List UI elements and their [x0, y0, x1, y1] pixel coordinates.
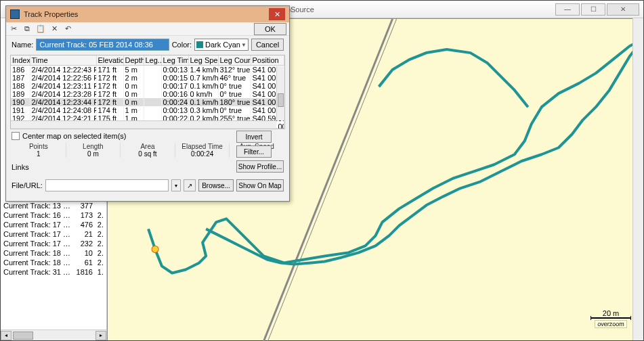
column-header[interactable]: Leg Time: [161, 55, 188, 66]
track-list-item[interactable]: Current Track: 17 FEB 2014...212.: [1, 229, 106, 239]
track-count: 10: [71, 249, 94, 257]
track-name: Current Track: 13 FEB 2014...: [3, 202, 71, 210]
color-value: Dark Cyan: [205, 41, 240, 49]
name-label: Name:: [12, 41, 33, 49]
scale-label: 20 m: [591, 309, 631, 317]
trackpoint-grid[interactable]: IndexTimeElevationDepthLeg...Leg TimeLeg…: [10, 55, 285, 129]
track-name: Current Track: 18 FEB 2014...: [3, 249, 71, 257]
trackpoint-row[interactable]: 1862/4/2014 12:22:43 PM171 ft5 m0:00:131…: [11, 66, 284, 74]
track-name: Current Track: 17 FEB 2014...: [3, 221, 71, 229]
color-label: Color:: [172, 41, 192, 49]
trackpoint-row[interactable]: 1872/4/2014 12:22:56 PM172 ft2 m0:00:150…: [11, 74, 284, 82]
column-header[interactable]: Leg Speed: [188, 55, 218, 66]
track-list-item[interactable]: Current Track: 18 FEB 2014...612.: [1, 258, 106, 267]
track-name: Current Track: 17 FEB 2014...: [3, 230, 71, 238]
track-name: Current Track: 18 FEB 2014...: [3, 258, 71, 267]
close-button[interactable]: ✕: [607, 3, 639, 16]
name-row: Name: Color: Dark Cyan ▼ Cancel: [6, 36, 289, 53]
trackpoint-row[interactable]: 1892/4/2014 12:23:28 PM172 ft0 m0:00:160…: [11, 90, 284, 98]
browse-button[interactable]: Browse...: [198, 179, 234, 191]
center-map-checkbox[interactable]: [12, 132, 20, 140]
track-count: 61: [71, 258, 94, 267]
selected-point-icon: [152, 246, 158, 252]
track-count: 173: [71, 211, 94, 219]
track-list-item[interactable]: Current Track: 31 JAN 2014...18161.: [1, 267, 106, 277]
center-map-label: Center map on selected item(s): [22, 132, 126, 140]
fileurl-label: File/URL:: [12, 181, 43, 189]
scroll-left-icon[interactable]: ◂: [1, 331, 12, 340]
show-on-map-button[interactable]: Show On Map: [236, 179, 284, 191]
undo-icon[interactable]: ↶: [63, 24, 72, 34]
minimize-button[interactable]: —: [555, 3, 580, 16]
fileurl-dropdown-icon[interactable]: ▾: [171, 179, 181, 191]
track-list-item[interactable]: Current Track: 17 FEB 2014...2322.: [1, 239, 106, 248]
links-label: Links: [12, 163, 29, 171]
track-properties-dialog: Track Properties ✕ ✂ ⧉ 📋 ✕ ↶ OK Name: Co…: [5, 5, 290, 202]
sidebar-hscroll[interactable]: ◂ ▸: [1, 329, 106, 340]
track-count: 232: [71, 240, 94, 248]
color-select[interactable]: Dark Cyan ▼: [194, 39, 249, 51]
cut-icon[interactable]: ✂: [9, 24, 18, 34]
show-profile-button[interactable]: Show Profile...: [236, 160, 284, 173]
grid-vscroll[interactable]: [276, 66, 284, 120]
filter-button[interactable]: Filter...: [236, 145, 272, 158]
track-name: Current Track: 17 FEB 2014...: [3, 240, 71, 248]
scale-bar: 20 m overzoom: [591, 309, 631, 328]
trackpoint-row[interactable]: 1882/4/2014 12:23:11 PM172 ft0 m0:00:170…: [11, 82, 284, 90]
track-name: Current Track: 31 JAN 2014...: [3, 268, 71, 276]
trackpoint-row[interactable]: 1912/4/2014 12:24:08 PM174 ft1 m0:00:130…: [11, 106, 284, 114]
track-count: 21: [71, 230, 94, 238]
column-header[interactable]: Position: [251, 55, 284, 66]
app-vscroll[interactable]: [632, 18, 643, 340]
scroll-thumb[interactable]: [13, 332, 33, 340]
track-list-item[interactable]: Current Track: 17 FEB 2014...4762.: [1, 220, 106, 229]
stat-cell: Elapsed Time0:00:24: [175, 143, 230, 158]
track-name: Current Track: 16 FEB 2014...: [3, 211, 71, 219]
paste-icon[interactable]: 📋: [36, 24, 45, 34]
track-count: 377: [71, 202, 94, 210]
column-header[interactable]: Elevation: [96, 55, 123, 66]
overzoom-badge: overzoom: [595, 320, 627, 328]
trackpoint-row[interactable]: 1902/4/2014 12:23:44 PM172 ft0 m0:00:240…: [11, 98, 284, 106]
stat-cell: Points1: [12, 143, 66, 158]
track-list-item[interactable]: Current Track: 13 FEB 2014...377: [1, 201, 106, 210]
column-header[interactable]: Index: [11, 55, 30, 66]
dialog-toolbar: ✂ ⧉ 📋 ✕ ↶ OK: [6, 22, 289, 36]
scroll-right-icon[interactable]: ▸: [95, 331, 106, 340]
invert-button[interactable]: Invert: [236, 131, 272, 143]
column-header[interactable]: Leg...: [144, 55, 161, 66]
dialog-close-button[interactable]: ✕: [269, 8, 285, 20]
grid-vscroll-thumb[interactable]: [278, 93, 284, 107]
track-list-item[interactable]: Current Track: 16 FEB 2014...1732.: [1, 210, 106, 220]
delete-icon[interactable]: ✕: [49, 24, 59, 34]
maximize-button[interactable]: ☐: [581, 3, 605, 16]
track-list-item[interactable]: Current Track: 18 FEB 2014...102.: [1, 248, 106, 258]
track-count: 476: [71, 221, 94, 229]
color-swatch-icon: [196, 41, 203, 48]
track-name-input[interactable]: [36, 39, 169, 51]
column-header[interactable]: Leg Course: [218, 55, 251, 66]
stat-cell: Area0 sq ft: [121, 143, 175, 158]
cancel-button[interactable]: Cancel: [251, 39, 284, 51]
stat-cell: Length0 m: [66, 143, 121, 158]
copy-icon[interactable]: ⧉: [22, 24, 32, 34]
dialog-icon: [10, 9, 20, 19]
grid-hscroll[interactable]: [11, 120, 276, 129]
dialog-title-text: Track Properties: [24, 10, 269, 18]
fileurl-input[interactable]: [45, 179, 169, 191]
open-link-icon[interactable]: ↗: [184, 179, 196, 191]
column-header[interactable]: Time: [30, 55, 96, 66]
ok-button[interactable]: OK: [254, 23, 286, 35]
chevron-down-icon: ▼: [241, 42, 246, 48]
track-count: 1816: [71, 268, 94, 276]
column-header[interactable]: Depth: [123, 55, 144, 66]
dialog-titlebar[interactable]: Track Properties ✕: [6, 6, 289, 22]
